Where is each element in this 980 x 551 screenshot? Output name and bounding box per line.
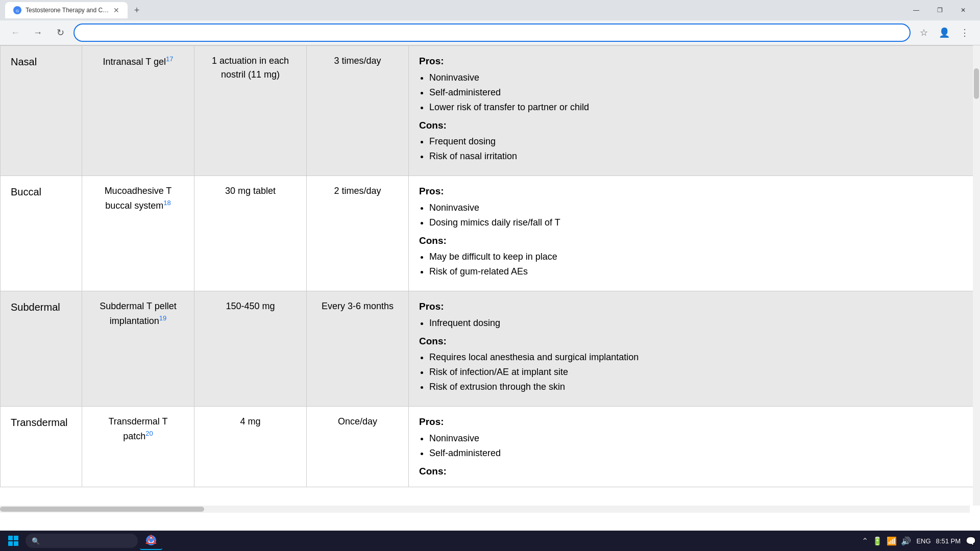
route-label: Transdermal bbox=[11, 417, 68, 428]
bookmark-icon[interactable]: ☆ bbox=[915, 23, 933, 42]
table-row: Nasal Intranasal T gel17 1 actuation in … bbox=[1, 46, 980, 176]
dose-label: 1 actuation in each nostril (11 mg) bbox=[212, 56, 289, 80]
cons-label: Cons: bbox=[419, 120, 447, 131]
chevron-icon[interactable]: ⌃ bbox=[862, 536, 868, 546]
horizontal-scrollbar[interactable] bbox=[0, 506, 970, 513]
cons-label: Cons: bbox=[419, 235, 447, 246]
route-label: Buccal bbox=[11, 186, 41, 197]
formulation-cell: Mucoadhesive T buccal system18 bbox=[82, 176, 194, 291]
network-icon: 📶 bbox=[887, 536, 897, 546]
pros-label: Pros: bbox=[419, 186, 444, 196]
taskbar-chrome-icon[interactable] bbox=[140, 532, 162, 550]
maximize-button[interactable]: ❐ bbox=[928, 2, 951, 18]
ref-sup: 20 bbox=[145, 430, 153, 437]
route-label: Nasal bbox=[11, 56, 37, 67]
freq-cell: Once/day bbox=[307, 407, 409, 487]
window-controls: — ❐ ✕ bbox=[904, 2, 975, 18]
menu-icon[interactable]: ⋮ bbox=[955, 23, 974, 42]
vertical-scrollbar[interactable] bbox=[973, 45, 980, 506]
toolbar-icons: ☆ 👤 ⋮ bbox=[915, 23, 974, 42]
nav-bar: ← → ↻ G ☆ 👤 ⋮ bbox=[0, 20, 980, 45]
dose-label: 4 mg bbox=[240, 416, 260, 427]
table-row: Subdermal Subdermal T pellet implantatio… bbox=[1, 291, 980, 407]
notification-icon[interactable]: 🗨️ bbox=[966, 536, 976, 546]
formulation-label: Intranasal T gel17 bbox=[103, 57, 174, 67]
pros-cons-cell: Pros: Noninvasive Dosing mimics daily ri… bbox=[409, 176, 980, 291]
list-item: Self-administered bbox=[429, 86, 969, 99]
pros-list: Noninvasive Self-administered bbox=[429, 432, 969, 460]
pros-label: Pros: bbox=[419, 416, 444, 427]
ref-sup: 19 bbox=[159, 314, 166, 322]
route-cell: Buccal bbox=[1, 176, 82, 291]
scrollbar-thumb[interactable] bbox=[0, 507, 204, 512]
tab-favicon: G bbox=[13, 6, 21, 14]
list-item: Self-administered bbox=[429, 446, 969, 460]
list-item: Frequent dosing bbox=[429, 135, 969, 148]
pros-cons-container: Pros: Noninvasive Self-administered Cons… bbox=[419, 415, 969, 479]
dose-cell: 4 mg bbox=[194, 407, 307, 487]
svg-text:G: G bbox=[16, 9, 19, 13]
pros-cons-cell: Pros: Noninvasive Self-administered Lowe… bbox=[409, 46, 980, 176]
pros-label: Pros: bbox=[419, 301, 444, 312]
formulation-cell: Intranasal T gel17 bbox=[82, 46, 194, 176]
cons-list: Frequent dosing Risk of nasal irritation bbox=[429, 135, 969, 163]
main-table: Nasal Intranasal T gel17 1 actuation in … bbox=[0, 45, 980, 487]
dose-label: 30 mg tablet bbox=[225, 186, 276, 196]
formulation-label: Mucoadhesive T buccal system18 bbox=[105, 186, 172, 211]
route-cell: Transdermal bbox=[1, 407, 82, 487]
freq-cell: 2 times/day bbox=[307, 176, 409, 291]
taskbar-search[interactable]: 🔍 bbox=[26, 534, 138, 548]
browser-tab[interactable]: G Testosterone Therapy and Cardio... ✕ bbox=[5, 2, 128, 18]
route-cell: Subdermal bbox=[1, 291, 82, 407]
list-item: May be difficult to keep in place bbox=[429, 250, 969, 264]
list-item: Infrequent dosing bbox=[429, 316, 969, 330]
reload-button[interactable]: ↻ bbox=[51, 23, 69, 42]
list-item: Noninvasive bbox=[429, 432, 969, 445]
formulation-cell: Subdermal T pellet implantation19 bbox=[82, 291, 194, 407]
clock: 8:51 PM bbox=[936, 537, 961, 545]
vscrollbar-thumb[interactable] bbox=[974, 68, 979, 99]
table-row: Transdermal Transdermal T patch20 4 mg O… bbox=[1, 407, 980, 487]
close-tab-icon[interactable]: ✕ bbox=[113, 6, 119, 14]
content-area: Nasal Intranasal T gel17 1 actuation in … bbox=[0, 45, 980, 513]
start-button[interactable] bbox=[4, 532, 22, 550]
close-button[interactable]: ✕ bbox=[951, 2, 975, 18]
pros-cons-container: Pros: Noninvasive Dosing mimics daily ri… bbox=[419, 184, 969, 279]
dose-cell: 150-450 mg bbox=[194, 291, 307, 407]
list-item: Risk of extrusion through the skin bbox=[429, 380, 969, 394]
list-item: Dosing mimics daily rise/fall of T bbox=[429, 216, 969, 230]
formulation-label: Transdermal T patch20 bbox=[108, 416, 167, 441]
back-button[interactable]: ← bbox=[6, 23, 24, 42]
freq-label: Once/day bbox=[338, 416, 377, 427]
tab-title: Testosterone Therapy and Cardio... bbox=[26, 7, 109, 14]
freq-label: 3 times/day bbox=[334, 56, 381, 66]
address-bar[interactable] bbox=[74, 23, 911, 42]
formulation-label: Subdermal T pellet implantation19 bbox=[100, 301, 176, 326]
forward-button[interactable]: → bbox=[29, 23, 47, 42]
title-bar: G Testosterone Therapy and Cardio... ✕ +… bbox=[0, 0, 980, 20]
dose-label: 150-450 mg bbox=[226, 301, 275, 311]
taskbar: 🔍 ⌃ 🔋 📶 🔊 ENG 8:51 PM 🗨️ bbox=[0, 531, 980, 551]
pros-list: Noninvasive Dosing mimics daily rise/fal… bbox=[429, 201, 969, 230]
freq-cell: 3 times/day bbox=[307, 46, 409, 176]
profile-icon[interactable]: 👤 bbox=[935, 23, 953, 42]
route-label: Subdermal bbox=[11, 302, 60, 313]
address-bar-container: G bbox=[74, 23, 911, 42]
pros-list: Infrequent dosing bbox=[429, 316, 969, 330]
cons-label: Cons: bbox=[419, 466, 447, 477]
battery-icon: 🔋 bbox=[872, 536, 883, 546]
new-tab-button[interactable]: + bbox=[130, 3, 144, 17]
freq-label: 2 times/day bbox=[334, 186, 381, 196]
list-item: Noninvasive bbox=[429, 71, 969, 85]
ref-sup: 18 bbox=[163, 199, 170, 207]
pros-label: Pros: bbox=[419, 56, 444, 66]
dose-cell: 1 actuation in each nostril (11 mg) bbox=[194, 46, 307, 176]
ref-sup: 17 bbox=[166, 55, 173, 63]
minimize-button[interactable]: — bbox=[904, 2, 928, 18]
windows-logo bbox=[8, 536, 18, 546]
list-item: Risk of gum-related AEs bbox=[429, 265, 969, 279]
table-container: Nasal Intranasal T gel17 1 actuation in … bbox=[0, 45, 980, 487]
list-item: Risk of infection/AE at implant site bbox=[429, 365, 969, 379]
pros-cons-container: Pros: Infrequent dosing Cons: Requires l… bbox=[419, 299, 969, 394]
search-icon: 🔍 bbox=[32, 537, 40, 545]
